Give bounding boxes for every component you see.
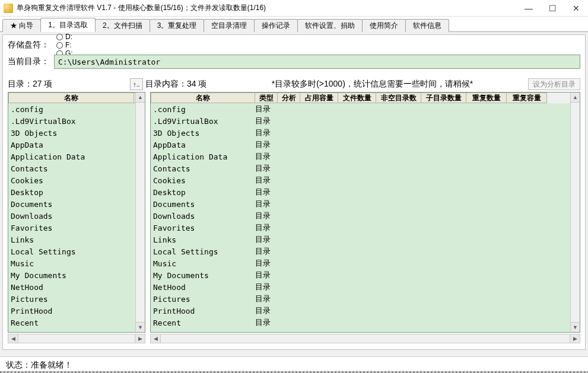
list-item[interactable]: 3D Objects — [8, 127, 135, 139]
list-item[interactable]: Downloads — [8, 210, 135, 222]
left-header-name[interactable]: 名称 — [8, 93, 134, 103]
path-input[interactable] — [54, 55, 580, 69]
drives-row: 存储盘符： C:D:F:G:H: — [8, 39, 580, 52]
list-item[interactable]: Pictures — [8, 293, 135, 305]
right-header-4[interactable]: 文件数量 — [338, 93, 376, 103]
table-row[interactable]: .Ld9VirtualBox目录 — [151, 115, 570, 127]
right-header-3[interactable]: 占用容量 — [300, 93, 338, 103]
right-list: 名称类型分析占用容量文件数量非空目录数子目录数量重复数量重复容量 .config… — [150, 92, 580, 333]
cell-type: 目录 — [255, 305, 276, 316]
cell-name: AppData — [153, 141, 255, 149]
table-row[interactable]: Music目录 — [151, 257, 570, 269]
table-row[interactable]: Links目录 — [151, 234, 570, 246]
radio-icon — [56, 34, 63, 40]
set-analyze-dir-button[interactable]: 设为分析目录 — [528, 78, 580, 90]
left-hscroll[interactable] — [8, 334, 145, 343]
table-row[interactable]: 3D Objects目录 — [151, 127, 570, 139]
right-header-7[interactable]: 重复数量 — [466, 93, 507, 103]
list-item[interactable]: .config — [8, 103, 135, 115]
cell-type: 目录 — [255, 139, 276, 150]
table-row[interactable]: Pictures目录 — [151, 293, 570, 305]
list-item[interactable]: Favorites — [8, 222, 135, 234]
app-icon — [4, 4, 13, 13]
tab-2[interactable]: 2。文件扫描 — [95, 19, 150, 32]
table-row[interactable]: Cookies目录 — [151, 174, 570, 186]
table-row[interactable]: Local Settings目录 — [151, 246, 570, 257]
table-row[interactable]: Application Data目录 — [151, 151, 570, 162]
tab-5[interactable]: 操作记录 — [254, 19, 298, 32]
list-item[interactable]: .Ld9VirtualBox — [8, 115, 135, 127]
maximize-button[interactable]: ☐ — [541, 0, 564, 17]
tab-8[interactable]: 软件信息 — [405, 19, 449, 32]
left-vscroll[interactable] — [135, 93, 145, 332]
list-item[interactable]: Contacts — [8, 162, 135, 174]
titlebar: 单身狗重复文件清理软件 V1.7 - 使用核心数量(15/16)；文件并发读取数… — [0, 0, 588, 17]
cell-name: PrintHood — [153, 307, 255, 315]
table-row[interactable]: Desktop目录 — [151, 186, 570, 198]
list-item[interactable]: Local Settings — [8, 246, 135, 257]
table-row[interactable]: Downloads目录 — [151, 210, 570, 222]
table-row[interactable]: PrintHood目录 — [151, 305, 570, 317]
cell-name: Documents — [153, 200, 255, 209]
right-list-box[interactable]: 名称类型分析占用容量文件数量非空目录数子目录数量重复数量重复容量 .config… — [150, 92, 580, 333]
minimize-button[interactable]: — — [517, 0, 541, 17]
counts-row: 目录：27 项 ↑.. 目录内容：34 项 *目录较多时(>1000)，统计信息… — [8, 78, 580, 91]
list-item[interactable]: PrintHood — [8, 305, 135, 317]
tab-4[interactable]: 空目录清理 — [204, 19, 255, 32]
drive-radio-F[interactable]: F: — [56, 41, 73, 49]
right-header-5[interactable]: 非空目录数 — [376, 93, 421, 103]
cell-name: Local Settings — [153, 247, 255, 256]
cell-type: 目录 — [255, 246, 276, 257]
path-row: 当前目录： — [8, 54, 580, 69]
cell-name: Downloads — [153, 212, 255, 221]
cell-name: Cookies — [153, 176, 255, 185]
table-row[interactable]: .config目录 — [151, 103, 570, 115]
right-header-8[interactable]: 重复容量 — [507, 93, 547, 103]
right-header-2[interactable]: 分析 — [278, 93, 300, 103]
drive-radio-D[interactable]: D: — [56, 33, 73, 41]
drives-label: 存储盘符： — [8, 40, 49, 50]
cell-type: 目录 — [255, 199, 276, 209]
list-item[interactable]: NetHood — [8, 281, 135, 293]
list-item[interactable]: Music — [8, 257, 135, 269]
up-button[interactable]: ↑.. — [130, 78, 143, 90]
left-list-box[interactable]: 名称 .config.Ld9VirtualBox3D ObjectsAppDat… — [8, 92, 145, 333]
cell-type: 目录 — [255, 187, 276, 197]
cell-type: 目录 — [255, 163, 276, 174]
close-button[interactable]: ✕ — [564, 0, 588, 17]
list-item[interactable]: Desktop — [8, 186, 135, 198]
right-vscroll[interactable] — [570, 93, 580, 332]
right-hscroll[interactable] — [150, 334, 580, 343]
table-row[interactable]: AppData目录 — [151, 139, 570, 151]
cell-name: Contacts — [153, 164, 255, 173]
table-row[interactable]: Favorites目录 — [151, 222, 570, 234]
drive-label: D: — [65, 33, 72, 41]
list-item[interactable]: Documents — [8, 198, 135, 210]
list-item[interactable]: My Documents — [8, 269, 135, 281]
tab-1[interactable]: 1。目录选取 — [40, 18, 96, 32]
list-item[interactable]: Links — [8, 234, 135, 246]
right-header-1[interactable]: 类型 — [255, 93, 278, 103]
cell-type: 目录 — [255, 104, 276, 114]
cell-name: Links — [153, 235, 255, 244]
table-row[interactable]: My Documents目录 — [151, 269, 570, 281]
tab-3[interactable]: 3。重复处理 — [150, 19, 205, 32]
tab-7[interactable]: 使用简介 — [362, 19, 406, 32]
table-row[interactable]: Contacts目录 — [151, 162, 570, 174]
table-row[interactable]: Recent目录 — [151, 317, 570, 329]
table-row[interactable]: Documents目录 — [151, 198, 570, 210]
right-header-6[interactable]: 子目录数量 — [421, 93, 466, 103]
right-header-0[interactable]: 名称 — [151, 93, 255, 103]
cell-type: 目录 — [255, 258, 276, 269]
list-item[interactable]: AppData — [8, 139, 135, 151]
dir-count-label: 目录：27 项 — [8, 79, 52, 90]
tab-6[interactable]: 软件设置、捐助 — [297, 19, 363, 32]
list-item[interactable]: Recent — [8, 317, 135, 329]
list-item[interactable]: Cookies — [8, 174, 135, 186]
cell-name: 3D Objects — [153, 129, 255, 138]
tab-0[interactable]: ★ 向导 — [2, 19, 41, 32]
table-row[interactable]: NetHood目录 — [151, 281, 570, 293]
list-item[interactable]: Application Data — [8, 151, 135, 162]
cell-name: Music — [153, 259, 255, 268]
path-label: 当前目录： — [8, 56, 49, 67]
